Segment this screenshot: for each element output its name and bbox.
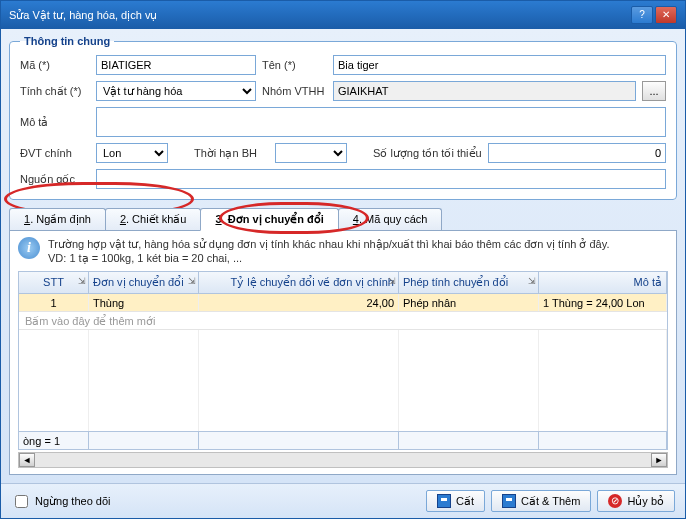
tinhchat-select[interactable]: Vật tư hàng hóa bbox=[96, 81, 256, 101]
scroll-right-icon[interactable]: ► bbox=[651, 453, 667, 467]
tabs-container: 1. Ngầm định 2. Chiết khấu 3. Đơn vị chu… bbox=[9, 208, 677, 475]
tab-panel: i Trường hợp vật tư, hàng hóa sử dụng đơ… bbox=[9, 231, 677, 475]
sltt-label: Số lượng tồn tối thiểu bbox=[373, 147, 482, 160]
window-title: Sửa Vật tư, hàng hóa, dịch vụ bbox=[9, 9, 629, 22]
pin-icon: ⇲ bbox=[388, 276, 396, 286]
ma-label: Mã (*) bbox=[20, 59, 90, 71]
grid-empty bbox=[19, 330, 667, 431]
cell-mt[interactable]: 1 Thùng = 24,00 Lon bbox=[539, 294, 667, 311]
info-text: Trường hợp vật tư, hàng hóa sử dụng đơn … bbox=[48, 237, 609, 265]
cell-pt[interactable]: Phép nhân bbox=[399, 294, 539, 311]
info-icon: i bbox=[18, 237, 40, 259]
nhom-input[interactable] bbox=[333, 81, 636, 101]
group-legend: Thông tin chung bbox=[20, 35, 114, 47]
col-mt[interactable]: Mô tả bbox=[539, 272, 667, 293]
save-icon bbox=[437, 494, 451, 508]
save-and-add-button[interactable]: Cất & Thêm bbox=[491, 490, 591, 512]
grid-header: STT⇲ Đơn vị chuyển đổi⇲ Tỷ lệ chuyển đổi… bbox=[19, 272, 667, 294]
scroll-left-icon[interactable]: ◄ bbox=[19, 453, 35, 467]
col-pt[interactable]: Phép tính chuyển đổi⇲ bbox=[399, 272, 539, 293]
add-row-hint[interactable]: Bấm vào đây để thêm mới bbox=[19, 312, 667, 330]
horizontal-scrollbar[interactable]: ◄ ► bbox=[18, 452, 668, 468]
nhom-browse-button[interactable]: ... bbox=[642, 81, 666, 101]
stop-tracking-input[interactable] bbox=[15, 495, 28, 508]
dvt-select[interactable]: Lon bbox=[96, 143, 168, 163]
tab-chietkhau[interactable]: 2. Chiết khấu bbox=[105, 208, 202, 230]
table-row[interactable]: 1 Thùng 24,00 Phép nhân 1 Thùng = 24,00 … bbox=[19, 294, 667, 312]
sltt-input[interactable] bbox=[488, 143, 666, 163]
titlebar: Sửa Vật tư, hàng hóa, dịch vụ ? ✕ bbox=[1, 1, 685, 29]
ten-input[interactable] bbox=[333, 55, 666, 75]
pin-icon: ⇲ bbox=[528, 276, 536, 286]
col-dv[interactable]: Đơn vị chuyển đổi⇲ bbox=[89, 272, 199, 293]
nguon-input[interactable] bbox=[96, 169, 666, 189]
save-icon bbox=[502, 494, 516, 508]
stop-tracking-checkbox[interactable]: Ngừng theo dõi bbox=[11, 492, 111, 511]
nhom-label: Nhóm VTHH bbox=[262, 85, 327, 97]
ten-label: Tên (*) bbox=[262, 59, 327, 71]
cell-dv[interactable]: Thùng bbox=[89, 294, 199, 311]
footer-bar: Ngừng theo dõi Cất Cất & Thêm ⊘ Hủy bỏ bbox=[1, 483, 685, 518]
content-area: Thông tin chung Mã (*) Tên (*) Tính chất… bbox=[1, 29, 685, 483]
cell-tl[interactable]: 24,00 bbox=[199, 294, 399, 311]
close-button[interactable]: ✕ bbox=[655, 6, 677, 24]
thbh-select[interactable] bbox=[275, 143, 347, 163]
mota-input[interactable] bbox=[96, 107, 666, 137]
cell-stt[interactable]: 1 bbox=[19, 294, 89, 311]
ma-input[interactable] bbox=[96, 55, 256, 75]
dvt-label: ĐVT chính bbox=[20, 147, 90, 159]
cancel-button[interactable]: ⊘ Hủy bỏ bbox=[597, 490, 675, 512]
status-text: òng = 1 bbox=[19, 432, 89, 449]
cancel-icon: ⊘ bbox=[608, 494, 622, 508]
save-button[interactable]: Cất bbox=[426, 490, 485, 512]
info-row: i Trường hợp vật tư, hàng hóa sử dụng đơ… bbox=[10, 231, 676, 271]
mota-label: Mô tả bbox=[20, 116, 90, 129]
conversion-grid[interactable]: STT⇲ Đơn vị chuyển đổi⇲ Tỷ lệ chuyển đổi… bbox=[18, 271, 668, 450]
pin-icon: ⇲ bbox=[78, 276, 86, 286]
col-tl[interactable]: Tỷ lệ chuyển đổi về đơn vị chính⇲ bbox=[199, 272, 399, 293]
tinhchat-label: Tính chất (*) bbox=[20, 85, 90, 98]
tab-donvichuyendoi[interactable]: 3. Đơn vị chuyển đổi bbox=[200, 208, 338, 231]
general-info-group: Thông tin chung Mã (*) Tên (*) Tính chất… bbox=[9, 35, 677, 200]
tab-strip: 1. Ngầm định 2. Chiết khấu 3. Đơn vị chu… bbox=[9, 208, 677, 231]
tab-maquycach[interactable]: 4. Mã quy cách bbox=[338, 208, 443, 230]
help-button[interactable]: ? bbox=[631, 6, 653, 24]
tab-ngamdinh[interactable]: 1. Ngầm định bbox=[9, 208, 106, 230]
thbh-label: Thời hạn BH bbox=[194, 147, 269, 160]
dialog-window: Sửa Vật tư, hàng hóa, dịch vụ ? ✕ Thông … bbox=[0, 0, 686, 519]
col-stt[interactable]: STT⇲ bbox=[19, 272, 89, 293]
pin-icon: ⇲ bbox=[188, 276, 196, 286]
nguon-label: Nguồn gốc bbox=[20, 173, 90, 186]
grid-status-bar: òng = 1 bbox=[19, 431, 667, 449]
